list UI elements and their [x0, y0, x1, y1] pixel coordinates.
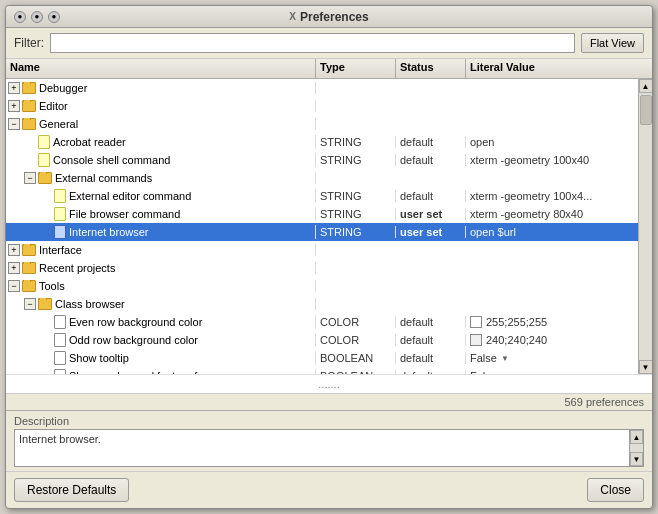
row-name-text: Tools	[39, 280, 65, 292]
folder-icon	[22, 100, 36, 112]
tree-row[interactable]: +Editor	[6, 97, 638, 115]
row-value: 240;240;240	[466, 334, 638, 346]
folder-icon	[22, 244, 36, 256]
tree-row[interactable]: −Tools	[6, 277, 638, 295]
tree-scroll-area: +Debugger+Editor−GeneralAcrobat readerST…	[6, 79, 652, 374]
row-name-text: Recent projects	[39, 262, 115, 274]
tree-row[interactable]: Odd row background colorCOLORdefault240;…	[6, 331, 638, 349]
close-button[interactable]: Close	[587, 478, 644, 502]
desc-scroll-down[interactable]: ▼	[630, 452, 643, 466]
row-value: False▼	[466, 352, 638, 364]
tree-container: Name Type Status Literal Value +Debugger…	[6, 59, 652, 410]
row-value: xterm -geometry 80x40	[466, 208, 638, 220]
folder-icon	[22, 82, 36, 94]
scroll-down-btn[interactable]: ▼	[639, 360, 653, 374]
document-icon	[54, 225, 66, 239]
row-status: user set	[396, 208, 466, 220]
row-type: STRING	[316, 190, 396, 202]
tree-row[interactable]: Console shell commandSTRINGdefaultxterm …	[6, 151, 638, 169]
tree-body[interactable]: +Debugger+Editor−GeneralAcrobat readerST…	[6, 79, 638, 374]
row-type: STRING	[316, 154, 396, 166]
row-type: COLOR	[316, 316, 396, 328]
document-icon	[54, 315, 66, 329]
tree-row[interactable]: Show tooltipBOOLEANdefaultFalse▼	[6, 349, 638, 367]
scroll-thumb[interactable]	[640, 95, 652, 125]
close-window-btn[interactable]: ●	[14, 11, 26, 23]
tree-row[interactable]: +Recent projects	[6, 259, 638, 277]
expand-btn[interactable]: +	[8, 82, 20, 94]
filter-bar: Filter: Flat View	[6, 28, 652, 59]
expand-btn[interactable]: +	[8, 244, 20, 256]
title-icon: X	[289, 11, 296, 22]
row-type: STRING	[316, 226, 396, 238]
description-box: Internet browser. ▲ ▼	[14, 429, 644, 467]
row-value: xterm -geometry 100x40	[466, 154, 638, 166]
expand-btn[interactable]: −	[24, 298, 36, 310]
color-swatch	[470, 316, 482, 328]
document-icon	[54, 333, 66, 347]
row-name-text: Odd row background color	[69, 334, 198, 346]
row-name-text: Acrobat reader	[53, 136, 126, 148]
vertical-scrollbar[interactable]: ▲ ▼	[638, 79, 652, 374]
tree-row[interactable]: Show unchanged feature from anyBOOLEANde…	[6, 367, 638, 374]
row-status: default	[396, 316, 466, 328]
tree-row[interactable]: Acrobat readerSTRINGdefaultopen	[6, 133, 638, 151]
document-icon	[54, 207, 66, 221]
row-type: COLOR	[316, 334, 396, 346]
expand-btn[interactable]: −	[24, 172, 36, 184]
desc-scroll-up[interactable]: ▲	[630, 430, 643, 444]
maximize-btn[interactable]: ●	[48, 11, 60, 23]
tree-row[interactable]: File browser commandSTRINGuser setxterm …	[6, 205, 638, 223]
row-value: 255;255;255	[466, 316, 638, 328]
color-swatch	[470, 334, 482, 346]
row-name-text: External commands	[55, 172, 152, 184]
row-value: open	[466, 136, 638, 148]
tree-row[interactable]: −External commands	[6, 169, 638, 187]
description-label: Description	[14, 415, 644, 427]
desc-scroll-track	[630, 444, 643, 452]
dropdown-arrow-icon[interactable]: ▼	[501, 354, 509, 363]
description-text: Internet browser.	[15, 430, 629, 466]
row-status: default	[396, 190, 466, 202]
folder-icon	[38, 172, 52, 184]
tree-row[interactable]: −General	[6, 115, 638, 133]
tree-row[interactable]: +Interface	[6, 241, 638, 259]
document-icon	[54, 369, 66, 374]
window-title: X Preferences	[289, 10, 368, 24]
tree-row[interactable]: Even row background colorCOLORdefault255…	[6, 313, 638, 331]
minimize-btn[interactable]: ●	[31, 11, 43, 23]
col-name-header: Name	[6, 59, 316, 78]
col-type-header: Type	[316, 59, 396, 78]
row-type: BOOLEAN	[316, 352, 396, 364]
preferences-window: ● ● ● X Preferences Filter: Flat View Na…	[5, 5, 653, 509]
flat-view-button[interactable]: Flat View	[581, 33, 644, 53]
desc-scrollbar[interactable]: ▲ ▼	[629, 430, 643, 466]
document-icon	[38, 135, 50, 149]
expand-btn[interactable]: −	[8, 280, 20, 292]
row-type: STRING	[316, 208, 396, 220]
filter-label: Filter:	[14, 36, 44, 50]
expand-btn[interactable]: −	[8, 118, 20, 130]
tree-row[interactable]: External editor commandSTRINGdefaultxter…	[6, 187, 638, 205]
folder-icon	[22, 118, 36, 130]
count-label: 569 preferences	[6, 393, 652, 410]
tree-row[interactable]: −Class browser	[6, 295, 638, 313]
titlebar: ● ● ● X Preferences	[6, 6, 652, 28]
document-icon	[38, 153, 50, 167]
tree-row[interactable]: Internet browserSTRINGuser setopen $url	[6, 223, 638, 241]
restore-defaults-button[interactable]: Restore Defaults	[14, 478, 129, 502]
row-name-text: File browser command	[69, 208, 180, 220]
row-status: default	[396, 154, 466, 166]
tree-row[interactable]: +Debugger	[6, 79, 638, 97]
filter-input[interactable]	[50, 33, 575, 53]
expand-btn[interactable]: +	[8, 262, 20, 274]
expand-btn[interactable]: +	[8, 100, 20, 112]
document-icon	[54, 189, 66, 203]
row-status: default	[396, 352, 466, 364]
row-name-text: External editor command	[69, 190, 191, 202]
scroll-up-btn[interactable]: ▲	[639, 79, 653, 93]
row-status: default	[396, 136, 466, 148]
row-name-text: Internet browser	[69, 226, 148, 238]
row-name-text: Class browser	[55, 298, 125, 310]
dots-indicator: .......	[6, 374, 652, 393]
